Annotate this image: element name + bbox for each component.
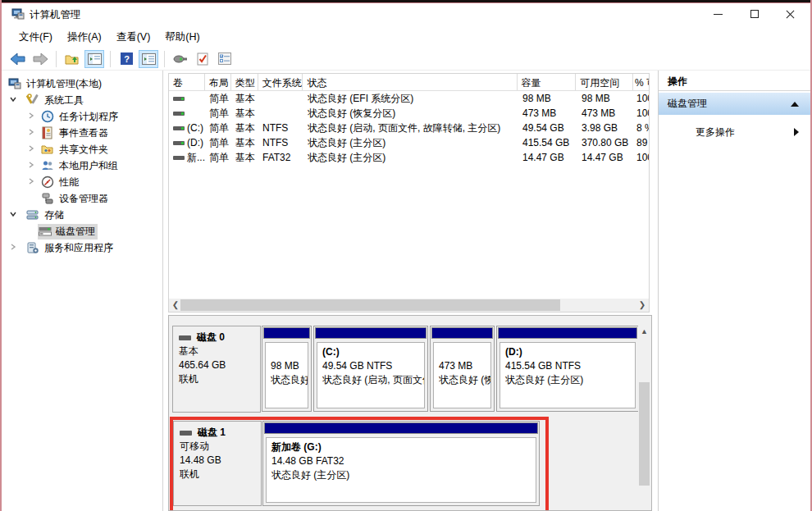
tree-label: 任务计划程序 xyxy=(59,110,118,124)
volume-list-header: 卷 布局 类型 文件系统 状态 容量 可用空间 % 可用 xyxy=(169,74,649,91)
chevron-right-icon[interactable] xyxy=(25,127,38,139)
disk-icon xyxy=(179,335,191,340)
column-header-percent-free[interactable]: % 可用 xyxy=(633,74,649,90)
tree-item-event-viewer[interactable]: 事件查看器 xyxy=(2,125,162,141)
menu-view[interactable]: 查看(V) xyxy=(109,27,158,48)
volume-row[interactable]: 新... 简单 基本 FAT32 状态良好 (主分区) 14.47 GB 14.… xyxy=(169,150,649,165)
column-header-free-space[interactable]: 可用空间 xyxy=(576,74,633,90)
chevron-right-icon[interactable] xyxy=(25,111,38,122)
menu-action[interactable]: 操作(A) xyxy=(60,27,109,48)
scroll-right-arrow[interactable]: ❯ xyxy=(636,299,649,312)
task-scheduler-icon xyxy=(41,110,54,123)
tree-item-disk-management[interactable]: 磁盘管理 xyxy=(2,223,162,240)
scrollbar-thumb[interactable] xyxy=(639,382,650,486)
help-icon: ? xyxy=(121,52,133,65)
more-actions-item[interactable]: 更多操作 xyxy=(659,121,810,143)
actions-pane: 操作 磁盘管理 更多操作 xyxy=(658,71,810,511)
menu-help[interactable]: 帮助(H) xyxy=(157,27,207,48)
partition-color-bar xyxy=(263,327,310,339)
console-tree-button[interactable] xyxy=(84,50,104,68)
event-viewer-icon xyxy=(41,126,54,139)
disk0-partition-c[interactable]: (C:) 49.54 GB NTFS 状态良好 (启动, 页面文件, 故障转储,… xyxy=(313,326,428,412)
help-button[interactable]: ? xyxy=(116,50,136,68)
tree-label: 事件查看器 xyxy=(59,126,108,140)
scroll-up-arrow[interactable]: ▲ xyxy=(638,325,650,338)
close-button[interactable] xyxy=(771,3,809,25)
tree-item-storage[interactable]: 存储 xyxy=(2,207,162,223)
forward-button[interactable] xyxy=(30,50,50,68)
checklist-icon xyxy=(218,52,231,65)
users-icon xyxy=(41,159,54,172)
tree-item-performance[interactable]: 性能 xyxy=(2,174,162,190)
tree-label: 存储 xyxy=(44,208,64,222)
chevron-right-icon[interactable] xyxy=(25,160,38,171)
disk0-partition-d[interactable]: (D:) 415.54 GB NTFS 状态良好 (主分区) xyxy=(496,326,639,412)
volume-icon xyxy=(173,112,185,116)
menu-bar: 文件(F) 操作(A) 查看(V) 帮助(H) xyxy=(2,26,810,48)
disk-type: 基本 xyxy=(179,344,260,358)
disk-graphic-pane: 磁盘 0 基本 465.64 GB 联机 98 MB 状态良好 (C:) 49.… xyxy=(168,315,652,511)
storage-icon xyxy=(26,208,39,221)
check-document-button[interactable] xyxy=(193,50,212,68)
disk0-partition-efi[interactable]: 98 MB 状态良好 xyxy=(262,326,312,412)
volume-row[interactable]: 简单 基本 状态良好 (EFI 系统分区) 98 MB 98 MB 100 xyxy=(169,91,649,106)
chevron-right-icon[interactable] xyxy=(7,242,20,253)
tree-item-device-manager[interactable]: 设备管理器 xyxy=(2,190,162,207)
minimize-icon xyxy=(714,14,723,15)
volume-row[interactable]: (C:) 简单 基本 NTFS 状态良好 (启动, 页面文件, 故障转储, 主分… xyxy=(169,121,649,135)
console-tree: 计算机管理(本地) 系统工具 任务计划程序 事件查看器 共享文件夹 本地用户和组 xyxy=(2,71,163,511)
toolbar: ? xyxy=(2,48,810,71)
partition-color-bar xyxy=(431,327,493,339)
tree-item-services-applications[interactable]: 服务和应用程序 xyxy=(2,240,162,256)
tree-label: 计算机管理(本地) xyxy=(26,77,102,91)
column-header-status[interactable]: 状态 xyxy=(303,74,517,90)
tree-item-local-users-groups[interactable]: 本地用户和组 xyxy=(2,157,162,174)
horizontal-scrollbar[interactable]: ❮ ❯ xyxy=(169,299,649,312)
tools-icon xyxy=(26,94,39,107)
column-header-layout[interactable]: 布局 xyxy=(205,74,231,90)
chevron-down-icon[interactable] xyxy=(7,209,20,221)
maximize-button[interactable] xyxy=(736,3,773,25)
collapse-icon[interactable] xyxy=(791,102,799,107)
tree-item-computer-management[interactable]: 计算机管理(本地) xyxy=(2,75,162,92)
disk-name: 磁盘 0 xyxy=(197,331,225,343)
tree-item-system-tools[interactable]: 系统工具 xyxy=(2,92,162,108)
back-button[interactable] xyxy=(8,50,28,68)
svg-text:?: ? xyxy=(124,54,130,64)
scrollbar-thumb[interactable] xyxy=(180,299,560,311)
tree-item-shared-folders[interactable]: 共享文件夹 xyxy=(2,141,162,157)
window-title: 计算机管理 xyxy=(30,8,81,22)
close-icon xyxy=(786,10,795,19)
tree-label: 设备管理器 xyxy=(59,192,108,206)
minimize-button[interactable] xyxy=(699,3,737,25)
column-header-capacity[interactable]: 容量 xyxy=(518,74,577,90)
actions-title: 操作 xyxy=(659,71,810,91)
computer-icon xyxy=(8,77,21,90)
column-header-type[interactable]: 类型 xyxy=(231,74,258,90)
probe-button[interactable] xyxy=(171,50,190,68)
chevron-down-icon[interactable] xyxy=(7,94,20,106)
checklist-button[interactable] xyxy=(215,50,235,68)
maximize-icon xyxy=(750,10,759,18)
menu-file[interactable]: 文件(F) xyxy=(11,27,60,48)
tree-label: 磁盘管理 xyxy=(56,225,95,239)
up-folder-button[interactable] xyxy=(62,50,82,68)
partition-color-bar xyxy=(498,327,637,339)
vertical-scrollbar[interactable]: ▲ xyxy=(638,325,650,510)
volume-row[interactable]: 简单 基本 状态良好 (恢复分区) 473 MB 473 MB 100 xyxy=(169,106,649,121)
disk-management-section-header[interactable]: 磁盘管理 xyxy=(659,93,810,115)
disk0-label[interactable]: 磁盘 0 基本 465.64 GB 联机 xyxy=(172,326,261,413)
toolbar-separator xyxy=(56,51,57,67)
more-actions-label: 更多操作 xyxy=(696,125,735,139)
column-header-filesystem[interactable]: 文件系统 xyxy=(258,74,303,90)
forward-icon xyxy=(33,53,48,65)
shared-folders-icon xyxy=(41,143,54,156)
action-pane-button[interactable] xyxy=(139,50,158,68)
tree-item-task-scheduler[interactable]: 任务计划程序 xyxy=(2,108,162,125)
volume-row[interactable]: (D:) 简单 基本 NTFS 状态良好 (主分区) 415.54 GB 370… xyxy=(169,135,649,150)
chevron-right-icon[interactable] xyxy=(25,144,38,155)
disk0-partition-recovery[interactable]: 473 MB 状态良好 (恢复分区) xyxy=(430,326,495,412)
tree-label: 服务和应用程序 xyxy=(44,241,113,255)
chevron-right-icon[interactable] xyxy=(25,176,38,188)
column-header-volume[interactable]: 卷 xyxy=(169,74,205,90)
